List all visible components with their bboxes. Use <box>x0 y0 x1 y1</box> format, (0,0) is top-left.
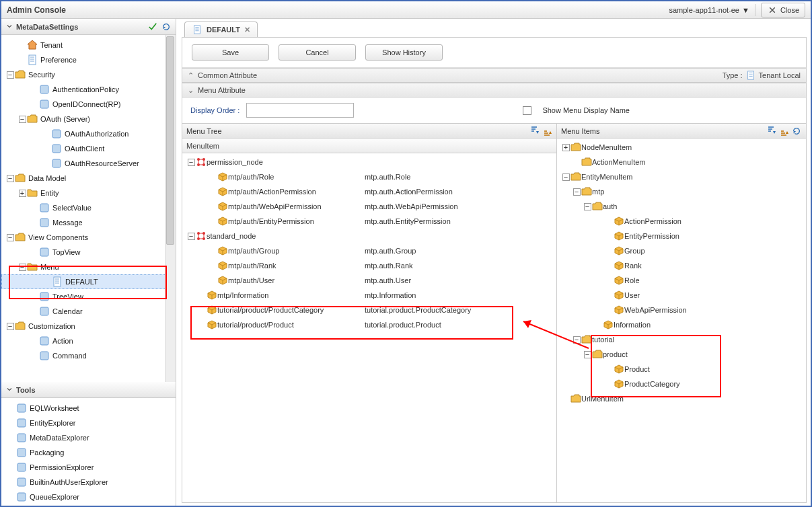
sort-down-icon[interactable] <box>766 126 776 136</box>
menu-tree-row[interactable]: mtp/auth/WebApiPermissionmtp.auth.WebApi… <box>182 199 556 214</box>
save-button[interactable]: Save <box>192 44 269 61</box>
display-order-input[interactable] <box>246 103 354 118</box>
menu-items-row[interactable]: Rank <box>557 258 806 273</box>
toggle-icon[interactable]: − <box>17 115 27 123</box>
check-icon[interactable] <box>147 22 158 32</box>
tools-item[interactable]: QueueExplorer <box>1 490 176 504</box>
menu-tree-row[interactable]: mtp/auth/ActionPermissionmtp.auth.Action… <box>182 184 556 199</box>
sidebar-item[interactable]: SelectValue <box>1 200 176 215</box>
toggle-icon[interactable]: − <box>186 232 196 240</box>
sidebar-item[interactable]: Command <box>1 348 176 363</box>
toggle-icon[interactable]: − <box>583 202 592 210</box>
scrollbar[interactable] <box>165 35 176 382</box>
close-button[interactable]: Close <box>761 3 805 17</box>
sidebar-item[interactable]: +Entity <box>1 186 176 200</box>
sidebar-item[interactable]: −View Components <box>1 230 176 245</box>
toggle-icon[interactable]: + <box>17 189 27 197</box>
metadata-settings-header[interactable]: MetaDataSettings <box>1 19 176 35</box>
menu-tree-row[interactable]: mtp/auth/Rolemtp.auth.Role <box>182 169 556 184</box>
menu-tree-row[interactable]: −standard_node <box>182 229 556 243</box>
toggle-icon[interactable]: − <box>5 233 15 241</box>
menu-tree-row[interactable]: mtp/auth/Usermtp.auth.User <box>182 273 556 288</box>
menu-items-row[interactable]: ActionMenuItem <box>557 155 806 169</box>
tools-item[interactable]: EntityExplorer <box>1 416 176 430</box>
sidebar-item[interactable]: AuthenticationPolicy <box>1 82 176 97</box>
sidebar-item[interactable]: OAuthAuthorization <box>1 126 176 141</box>
app-selector[interactable]: sample-app11-not-ee ▼ <box>669 6 749 14</box>
sidebar-item[interactable]: Action <box>1 334 176 348</box>
page-icon <box>745 70 756 81</box>
sort-up-icon[interactable] <box>778 126 789 136</box>
menu-items-row[interactable]: −EntityMenuItem <box>557 169 806 184</box>
sidebar-item[interactable]: DEFAULT <box>1 274 176 289</box>
cancel-button[interactable]: Cancel <box>279 44 356 61</box>
toggle-icon[interactable]: − <box>5 322 15 330</box>
menu-tree-row[interactable]: mtp/auth/Rankmtp.auth.Rank <box>182 258 556 273</box>
tools-label: Tools <box>16 386 36 394</box>
tools-header[interactable]: Tools <box>1 382 176 398</box>
menu-tree-label: permission_node <box>207 158 263 166</box>
common-attribute-header[interactable]: ⌃ Common Attribute Type : Tenant Local <box>182 68 806 83</box>
toggle-icon[interactable]: − <box>17 263 27 271</box>
menu-items-row[interactable]: −mtp <box>557 184 806 199</box>
sort-down-icon[interactable] <box>529 126 540 136</box>
menu-tree-row[interactable]: mtp/Informationmtp.Information <box>182 288 556 303</box>
tools-item[interactable]: Packaging <box>1 445 176 460</box>
menu-tree-row[interactable]: mtp/auth/Groupmtp.auth.Group <box>182 243 556 258</box>
sidebar-item[interactable]: −Customization <box>1 319 176 334</box>
sidebar-item[interactable]: −OAuth (Server) <box>1 112 176 126</box>
menu-items-row[interactable]: Information <box>557 317 806 332</box>
menu-items-row[interactable]: User <box>557 288 806 303</box>
menu-items-row[interactable]: Role <box>557 273 806 288</box>
sidebar-item[interactable]: TopView <box>1 245 176 260</box>
menu-items-row[interactable]: −tutorial <box>557 332 806 347</box>
menu-items-row[interactable]: EntityPermission <box>557 229 806 243</box>
show-history-button[interactable]: Show History <box>365 44 443 61</box>
menu-items-row[interactable]: WebApiPermission <box>557 303 806 317</box>
menu-tree-row[interactable]: −permission_node <box>182 155 556 169</box>
menu-tree-row[interactable]: tutorial/product/ProductCategorytutorial… <box>182 303 556 317</box>
toggle-icon[interactable]: − <box>572 188 581 196</box>
menu-items-row[interactable]: Product <box>557 362 806 377</box>
sidebar-item[interactable]: −Security <box>1 67 176 82</box>
sidebar-item[interactable]: OAuthResourceServer <box>1 156 176 171</box>
toggle-icon[interactable]: − <box>5 71 15 79</box>
sidebar-item[interactable]: OAuthClient <box>1 141 176 156</box>
sidebar-item[interactable]: Preference <box>1 52 176 67</box>
menu-tree-row[interactable]: mtp/auth/EntityPermissionmtp.auth.Entity… <box>182 214 556 229</box>
sidebar-item-label: Calendar <box>52 307 83 315</box>
show-menu-checkbox[interactable] <box>523 106 531 115</box>
menu-items-row[interactable]: −auth <box>557 199 806 214</box>
toggle-icon[interactable]: − <box>5 174 15 182</box>
menu-items-row[interactable]: +NodeMenuItem <box>557 140 806 155</box>
sidebar-item[interactable]: Tenant <box>1 38 176 52</box>
tab-default[interactable]: DEFAULT ✕ <box>184 22 258 37</box>
sidebar-item[interactable]: OpenIDConnect(RP) <box>1 97 176 112</box>
refresh-icon[interactable] <box>161 22 172 32</box>
menu-items-row[interactable]: UrlMenuItem <box>557 391 806 406</box>
tools-item[interactable]: BuiltinAuthUserExplorer <box>1 475 176 490</box>
toggle-icon[interactable]: + <box>561 143 570 151</box>
sidebar-item[interactable]: −Data Model <box>1 171 176 186</box>
menu-items-row[interactable]: ProductCategory <box>557 377 806 391</box>
toggle-icon[interactable]: − <box>572 336 581 344</box>
menu-tree-row[interactable]: tutorial/product/Producttutorial.product… <box>182 317 556 332</box>
menu-items-row[interactable]: ActionPermission <box>557 214 806 229</box>
toggle-icon[interactable]: − <box>186 158 196 166</box>
tools-item[interactable]: MetaDataExplorer <box>1 430 176 445</box>
tools-item[interactable]: EQLWorksheet <box>1 401 176 416</box>
menu-items-label: mtp <box>592 188 604 196</box>
sidebar-item[interactable]: Message <box>1 215 176 230</box>
menu-attribute-header[interactable]: ⌄ Menu Attribute <box>182 83 806 98</box>
sidebar-item[interactable]: −Menu <box>1 260 176 274</box>
sidebar-item[interactable]: TreeView <box>1 289 176 304</box>
refresh-icon[interactable] <box>791 126 802 136</box>
menu-items-row[interactable]: −product <box>557 347 806 362</box>
toggle-icon[interactable]: − <box>561 173 570 181</box>
tools-item[interactable]: PermissionExplorer <box>1 460 176 475</box>
toggle-icon[interactable]: − <box>583 350 592 358</box>
menu-items-row[interactable]: Group <box>557 243 806 258</box>
tab-close-icon[interactable]: ✕ <box>244 26 250 34</box>
sort-up-icon[interactable] <box>542 126 552 136</box>
sidebar-item[interactable]: Calendar <box>1 304 176 319</box>
